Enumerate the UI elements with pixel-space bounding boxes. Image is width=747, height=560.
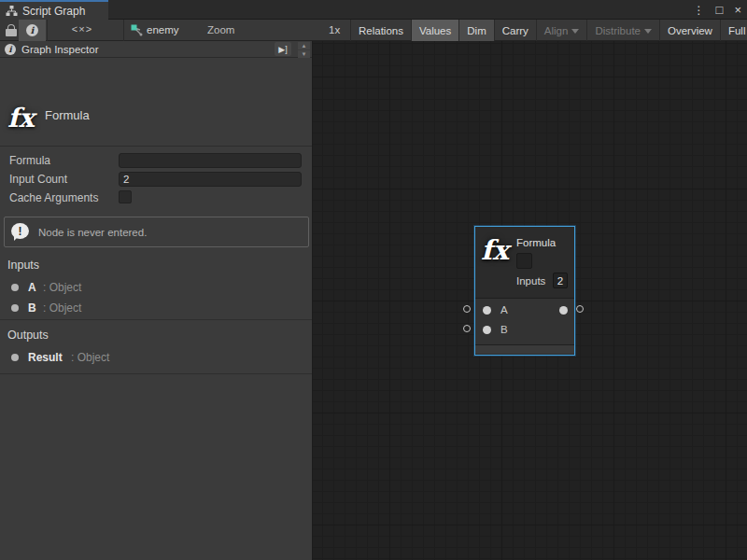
maximize-icon[interactable]: □ [716, 4, 724, 16]
distribute-dropdown[interactable]: Distribute [587, 20, 660, 41]
overview-button[interactable]: Overview [660, 20, 721, 41]
scroll-down-icon[interactable]: ▼ [298, 50, 310, 58]
fx-icon: fx [7, 103, 35, 133]
dock-panel-icon[interactable]: ▶] [275, 42, 291, 56]
formula-node-ports: A B [475, 298, 574, 344]
graph-toolbar: i <×> enemy Zoom 1x Relations Values Dim… [0, 20, 747, 41]
output-port-result[interactable] [559, 306, 568, 315]
port-type: : Object [43, 301, 81, 315]
zoom-level: 1x [329, 24, 340, 35]
divider [0, 319, 312, 320]
port-label: A [500, 304, 508, 315]
node-title: Formula [516, 237, 556, 248]
window-menu-icon[interactable]: ⋮ [694, 5, 705, 16]
info-icon: i [26, 24, 38, 36]
formula-input[interactable] [119, 153, 302, 168]
warning-icon-tail [14, 236, 19, 241]
hierarchy-icon [6, 6, 18, 16]
dim-button[interactable]: Dim [459, 20, 494, 41]
toolbar-separator [123, 20, 124, 41]
code-preview-icon[interactable]: <×> [63, 23, 101, 35]
port-dot-icon [11, 304, 19, 312]
chevron-down-icon [644, 29, 652, 34]
outputs-section-title: Outputs [7, 329, 49, 342]
port-name: Result [28, 351, 63, 364]
port-dot-icon [11, 284, 19, 291]
outer-port-ring-a[interactable] [463, 305, 471, 313]
chevron-down-icon [571, 29, 579, 34]
inspector-toggle-button[interactable]: i [19, 20, 46, 41]
lock-icon[interactable] [6, 24, 17, 36]
output-row-result: Result : Object [0, 351, 312, 364]
port-dot-icon [11, 354, 19, 361]
divider [0, 146, 312, 147]
graph-inspector-panel: i Graph Inspector ▶] ▲ ▼ fx Formula Form… [0, 41, 313, 560]
outer-port-ring-b[interactable] [463, 325, 471, 332]
carry-button[interactable]: Carry [495, 20, 537, 41]
unit-title: Formula [45, 108, 90, 122]
lock-body [6, 29, 17, 36]
port-type: : Object [43, 281, 81, 294]
tab-script-graph[interactable]: Script Graph [0, 0, 108, 20]
script-graph-window: Script Graph ⋮ □ × i <×> enemy Zoom 1x [0, 0, 747, 560]
input-row-a: A : Object [0, 281, 312, 294]
graph-inspector-header: i Graph Inspector ▶] ▲ ▼ [0, 41, 312, 58]
input-count-label: Input Count [9, 173, 67, 186]
node-formula-input[interactable] [516, 253, 532, 269]
values-button[interactable]: Values [412, 20, 459, 41]
window-controls: ⋮ □ × [694, 0, 741, 20]
node-inputs-count-input[interactable]: 2 [553, 273, 568, 288]
inputs-section-title: Inputs [7, 259, 39, 272]
port-type: : Object [71, 351, 109, 364]
outer-port-ring-result[interactable] [576, 305, 584, 313]
scroll-up-icon[interactable]: ▲ [298, 42, 310, 49]
input-row-b: B : Object [0, 301, 312, 315]
port-label: B [500, 324, 508, 335]
warning-text: Node is never entered. [38, 227, 147, 238]
divider [0, 373, 312, 374]
node-port-row-a: A [475, 305, 574, 316]
port-name: B [28, 301, 36, 315]
info-icon: i [5, 44, 16, 55]
zoom-label: Zoom [207, 24, 234, 35]
warning-box: ! Node is never entered. [4, 217, 309, 247]
full-screen-button[interactable]: Full Screen [721, 20, 747, 41]
port-name: A [28, 281, 36, 294]
node-inputs-label: Inputs [516, 275, 545, 287]
toolbar-buttons: Relations Values Dim Carry Align Distrib… [350, 20, 747, 41]
relations-button[interactable]: Relations [351, 20, 412, 41]
node-port-row-b: B [475, 325, 574, 336]
tab-label: Script Graph [22, 5, 85, 18]
panel-scrollbar: ▲ ▼ [298, 42, 310, 58]
graph-inspector-title: Graph Inspector [21, 44, 98, 55]
tab-bar: Script Graph ⋮ □ × [0, 0, 747, 20]
input-port-b[interactable] [483, 326, 491, 334]
formula-node[interactable]: fx Formula Inputs 2 A B [474, 226, 575, 356]
cache-arguments-label: Cache Arguments [9, 191, 98, 204]
fx-icon: fx [481, 234, 509, 266]
cache-arguments-checkbox[interactable] [119, 190, 132, 203]
input-count-input[interactable] [119, 172, 302, 187]
formula-node-header[interactable]: fx Formula Inputs 2 [475, 227, 574, 298]
graph-canvas[interactable]: fx Formula Inputs 2 A B [313, 41, 747, 560]
formula-field-label: Formula [9, 154, 50, 167]
script-graph-asset-icon [131, 24, 143, 36]
input-port-a[interactable] [483, 306, 491, 315]
formula-node-footer [475, 344, 574, 354]
align-dropdown[interactable]: Align [537, 20, 588, 41]
close-icon[interactable]: × [734, 4, 741, 16]
graph-breadcrumb[interactable]: enemy [147, 24, 179, 35]
toolbar-separator [47, 20, 48, 41]
warning-icon: ! [11, 223, 30, 241]
